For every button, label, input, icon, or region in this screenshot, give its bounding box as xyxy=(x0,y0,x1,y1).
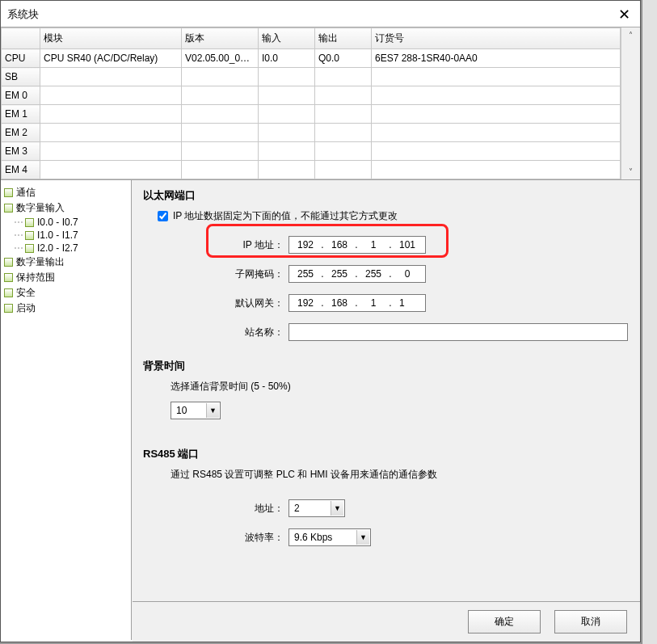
background-desc: 选择通信背景时间 (5 - 50%) xyxy=(171,380,629,394)
scroll-up-icon[interactable]: ˄ xyxy=(629,31,633,40)
grid-scrollbar[interactable]: ˄ ˅ xyxy=(621,27,640,179)
nav-tree: 通信 数字量输入 ⋯I0.0 - I0.7 ⋯I1.0 - I1.7 ⋯I2.0… xyxy=(1,180,132,640)
background-title: 背景时间 xyxy=(143,359,629,373)
cell-output[interactable]: Q0.0 xyxy=(315,49,372,68)
square-icon xyxy=(4,258,13,267)
square-icon xyxy=(4,188,13,197)
close-icon[interactable]: ✕ xyxy=(615,6,634,23)
tree-item-din-child[interactable]: ⋯I1.0 - I1.7 xyxy=(4,229,128,242)
tree-item-security[interactable]: 安全 xyxy=(4,285,128,301)
table-row: CPU CPU SR40 (AC/DC/Relay) V02.05.00_00.… xyxy=(2,49,621,68)
window-title: 系统块 xyxy=(7,7,39,22)
module-grid: 模块 版本 输入 输出 订货号 CPU CPU SR40 (AC/DC/Rela… xyxy=(1,27,640,180)
rs485-title: RS485 端口 xyxy=(143,447,629,461)
station-label: 站名称： xyxy=(143,326,288,339)
square-icon xyxy=(4,288,13,297)
col-order[interactable]: 订货号 xyxy=(372,28,621,49)
ip-address-input[interactable]: 192. 168. 1. 101 xyxy=(288,236,426,254)
ok-button[interactable]: 确定 xyxy=(468,610,541,633)
gateway-label: 默认网关： xyxy=(143,297,288,310)
table-row: EM 4 xyxy=(2,161,621,179)
col-module[interactable]: 模块 xyxy=(40,28,182,49)
table-row: SB xyxy=(2,68,621,86)
col-output[interactable]: 输出 xyxy=(315,28,372,49)
chevron-down-icon: ▼ xyxy=(331,501,343,516)
square-icon xyxy=(4,204,13,213)
rs485-addr-select[interactable]: 2 ▼ xyxy=(288,499,345,517)
rs485-baud-label: 波特率： xyxy=(143,531,288,545)
grid-corner xyxy=(2,28,40,49)
square-icon xyxy=(4,304,13,313)
col-input[interactable]: 输入 xyxy=(259,28,315,49)
cancel-button[interactable]: 取消 xyxy=(554,610,627,633)
scroll-down-icon[interactable]: ˅ xyxy=(629,167,633,176)
right-edge xyxy=(642,0,657,644)
title-bar: 系统块 ✕ xyxy=(1,1,640,27)
cell-module[interactable]: CPU SR40 (AC/DC/Relay) xyxy=(40,49,182,68)
rs485-addr-label: 地址： xyxy=(143,502,288,516)
ip-address-label: IP 地址： xyxy=(143,238,288,252)
tree-item-din[interactable]: 数字量输入 xyxy=(4,200,128,216)
tree-item-din-child[interactable]: ⋯I0.0 - I0.7 xyxy=(4,216,128,229)
chevron-down-icon: ▼ xyxy=(206,403,219,418)
col-version[interactable]: 版本 xyxy=(182,28,259,49)
ip-fixed-checkbox[interactable] xyxy=(158,211,168,221)
ip-fixed-label: IP 地址数据固定为下面的值，不能通过其它方式更改 xyxy=(173,209,398,223)
tree-item-retain[interactable]: 保持范围 xyxy=(4,270,128,285)
cell-version[interactable]: V02.05.00_00.... xyxy=(182,49,259,68)
station-name-input[interactable] xyxy=(288,323,628,341)
square-icon xyxy=(25,218,34,227)
table-row: EM 1 xyxy=(2,105,621,124)
tree-item-start[interactable]: 启动 xyxy=(4,301,128,316)
chevron-down-icon: ▼ xyxy=(356,530,369,545)
gateway-input[interactable]: 192. 168. 1. 1 xyxy=(288,294,426,312)
rs485-baud-select[interactable]: 9.6 Kbps ▼ xyxy=(288,528,371,546)
rs485-desc: 通过 RS485 设置可调整 PLC 和 HMI 设备用来通信的通信参数 xyxy=(171,468,629,482)
form-panel: 以太网端口 IP 地址数据固定为下面的值，不能通过其它方式更改 IP 地址： 1… xyxy=(132,180,640,640)
square-icon xyxy=(25,231,34,240)
tree-item-dout[interactable]: 数字量输出 xyxy=(4,255,128,270)
cell-order[interactable]: 6ES7 288-1SR40-0AA0 xyxy=(372,49,621,68)
tree-item-comm[interactable]: 通信 xyxy=(4,185,128,200)
table-row: EM 3 xyxy=(2,142,621,161)
square-icon xyxy=(4,273,13,282)
ethernet-title: 以太网端口 xyxy=(143,188,629,203)
table-row: EM 0 xyxy=(2,86,621,105)
button-bar: 确定 取消 xyxy=(133,601,640,642)
subnet-label: 子网掩码： xyxy=(143,267,288,281)
tree-item-din-child[interactable]: ⋯I2.0 - I2.7 xyxy=(4,242,128,255)
square-icon xyxy=(25,244,34,253)
background-time-select[interactable]: 10 ▼ xyxy=(171,402,221,419)
subnet-input[interactable]: 255. 255. 255. 0 xyxy=(288,265,426,283)
table-row: EM 2 xyxy=(2,124,621,142)
cell-input[interactable]: I0.0 xyxy=(259,49,315,68)
